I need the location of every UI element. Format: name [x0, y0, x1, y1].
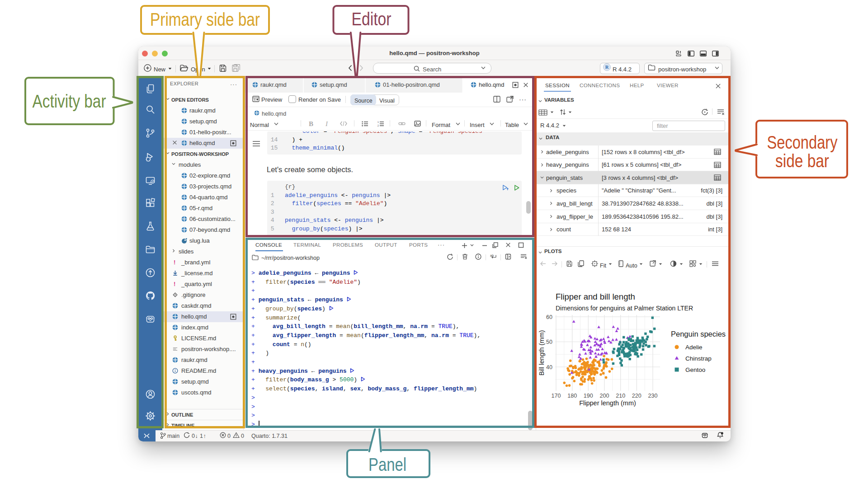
- svg-text:60: 60: [546, 314, 552, 320]
- svg-text:220: 220: [632, 393, 642, 399]
- svg-text:40: 40: [546, 364, 552, 371]
- svg-text:230: 230: [648, 393, 658, 399]
- svg-text:Activity bar: Activity bar: [33, 91, 106, 112]
- svg-text:Gentoo: Gentoo: [685, 366, 705, 373]
- svg-text:R: R: [605, 65, 609, 70]
- svg-text:Editor: Editor: [352, 9, 392, 29]
- svg-text:170: 170: [552, 393, 561, 399]
- svg-text:Dimensions for penguins at Pal: Dimensions for penguins at Palmer Statio…: [556, 305, 693, 312]
- svg-text:Penguin species: Penguin species: [671, 330, 726, 338]
- svg-text:Adelie: Adelie: [685, 344, 703, 351]
- svg-text:Secondary: Secondary: [767, 132, 838, 153]
- svg-text:Flipper and bill length: Flipper and bill length: [556, 292, 635, 301]
- svg-text:200: 200: [600, 393, 609, 399]
- svg-text:50: 50: [546, 339, 552, 345]
- svg-text:Chinstrap: Chinstrap: [685, 355, 712, 362]
- svg-text:1: 1: [377, 121, 379, 123]
- svg-text:Bill length (mm): Bill length (mm): [538, 330, 545, 376]
- svg-text:Primary side bar: Primary side bar: [150, 9, 260, 30]
- svg-text:Flipper length (mm): Flipper length (mm): [579, 399, 636, 407]
- svg-text:2: 2: [377, 124, 379, 127]
- svg-text:side bar: side bar: [775, 150, 829, 171]
- svg-text:210: 210: [616, 393, 625, 399]
- svg-text:190: 190: [584, 393, 593, 399]
- svg-text:180: 180: [567, 393, 577, 399]
- svg-text:Panel: Panel: [368, 454, 406, 475]
